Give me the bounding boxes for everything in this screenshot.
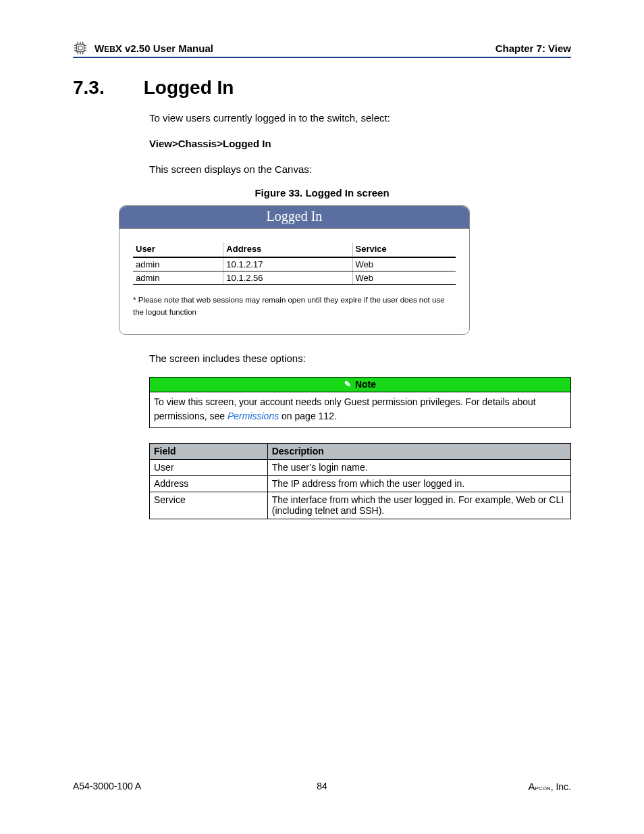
col-header: Address <box>223 242 352 257</box>
section-heading: 7.3. Logged In <box>73 77 571 99</box>
cell: admin <box>133 257 223 271</box>
col-header: Service <box>352 242 456 257</box>
table-header-row: User Address Service <box>133 242 456 257</box>
figure-titlebar: Logged In <box>119 206 469 229</box>
cell: Web <box>352 271 456 285</box>
note-icon: ✎ <box>344 380 351 389</box>
chapter-label: Chapter 7: View <box>495 43 571 54</box>
field-description-table: Field Description User The user’s login … <box>149 443 571 519</box>
section-title: Logged In <box>144 77 234 99</box>
note-text: To view this screen, your account needs … <box>154 396 536 421</box>
cell: The user’s login name. <box>267 459 570 475</box>
cell: The interface from which the user logged… <box>267 492 570 519</box>
body-text: The screen includes these options: <box>149 351 571 366</box>
manual-title-text: WEBX v2.50 User Manual <box>95 43 213 54</box>
cell: User <box>150 459 268 475</box>
cell: Web <box>352 257 456 271</box>
page-header: WEBX v2.50 User Manual Chapter 7: View <box>73 41 571 58</box>
permissions-link[interactable]: Permissions <box>227 411 279 421</box>
table-header-row: Field Description <box>150 443 571 459</box>
cell: admin <box>133 271 223 285</box>
figure-caption: Figure 33. Logged In screen <box>73 187 571 199</box>
col-header: User <box>133 242 223 257</box>
page-footer: A54-3000-100 A 84 Apcon, Inc. <box>73 781 571 792</box>
menu-path: View>Chassis>Logged In <box>149 136 571 151</box>
col-header: Field <box>150 443 268 459</box>
note-head-text: Note <box>355 379 376 390</box>
cell: Address <box>150 475 268 492</box>
table-row: Address The IP address from which the us… <box>150 475 571 492</box>
footer-page-number: 84 <box>73 781 571 791</box>
cell: Service <box>150 492 268 519</box>
col-header: Description <box>267 443 570 459</box>
note-body: To view this screen, your account needs … <box>150 392 570 427</box>
note-head: ✎ Note <box>150 377 570 392</box>
figure-box: Logged In User Address Service admin 10.… <box>119 205 470 335</box>
cell: The IP address from which the user logge… <box>267 475 570 492</box>
table-row: admin 10.1.2.56 Web <box>133 271 456 285</box>
manual-title: WEBX v2.50 User Manual <box>73 41 213 55</box>
logged-in-table: User Address Service admin 10.1.2.17 Web… <box>133 242 456 285</box>
svg-rect-1 <box>78 46 82 50</box>
chip-icon <box>73 41 88 55</box>
cell: 10.1.2.56 <box>223 271 352 285</box>
note-text: on page 112. <box>279 411 337 421</box>
cell: 10.1.2.17 <box>223 257 352 271</box>
note-box: ✎ Note To view this screen, your account… <box>149 377 571 428</box>
body-text: To view users currently logged in to the… <box>149 111 571 126</box>
figure-footnote: * Please note that web sessions may rema… <box>133 294 456 318</box>
table-row: User The user’s login name. <box>150 459 571 475</box>
section-number: 7.3. <box>73 77 105 99</box>
body-text: This screen displays on the Canvas: <box>149 162 571 177</box>
table-row: Service The interface from which the use… <box>150 492 571 519</box>
table-row: admin 10.1.2.17 Web <box>133 257 456 271</box>
